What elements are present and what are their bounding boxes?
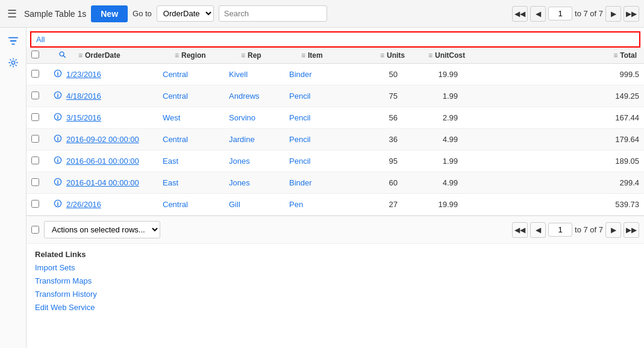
row-total-3: 179.64 — [458, 135, 639, 144]
related-link-2[interactable]: Transform History — [35, 288, 636, 301]
col-header-item[interactable]: ≡ Item — [299, 50, 359, 61]
info-icon-2[interactable] — [54, 113, 62, 123]
date-link-6[interactable]: 2/26/2016 — [66, 200, 101, 209]
related-link-3[interactable]: Edit Web Service — [35, 301, 636, 314]
row-region-4: East — [163, 157, 229, 166]
row-date-2[interactable]: 3/15/2016 — [66, 113, 163, 122]
row-rep-3: Jardine — [229, 135, 289, 144]
date-link-1[interactable]: 4/18/2016 — [66, 92, 101, 101]
col-header-unitcost[interactable]: ≡ UnitCost — [407, 50, 467, 61]
related-links-section: Related Links Import SetsTransform MapsT… — [27, 243, 644, 320]
bottom-next-page-button[interactable]: ▶ — [605, 222, 621, 238]
sidebar-icons — [0, 28, 27, 348]
row-info-3[interactable] — [49, 134, 66, 144]
row-info-1[interactable] — [49, 91, 66, 101]
related-link-1[interactable]: Transform Maps — [35, 275, 636, 288]
next-page-button[interactable]: ▶ — [605, 6, 621, 22]
row-units-1: 75 — [349, 92, 398, 101]
date-link-5[interactable]: 2016-01-04 00:00:00 — [66, 178, 139, 187]
row-unitcost-4: 1.99 — [398, 157, 458, 166]
date-link-0[interactable]: 1/23/2016 — [66, 70, 101, 79]
row-checkbox-input-1[interactable] — [31, 92, 39, 99]
row-checkbox-input-3[interactable] — [31, 135, 39, 143]
row-rep-0: Kivell — [229, 70, 289, 79]
row-checkbox-input-5[interactable] — [31, 178, 39, 186]
col-header-orderdate[interactable]: ≡ OrderDate — [76, 50, 172, 61]
bottom-select-all-checkbox[interactable] — [31, 226, 39, 234]
row-region-3: Central — [163, 135, 229, 144]
row-checkbox-input-2[interactable] — [31, 113, 39, 121]
row-date-3[interactable]: 2016-09-02 00:00:00 — [66, 135, 163, 144]
row-info-4[interactable] — [49, 156, 66, 166]
page-number-input[interactable] — [548, 7, 572, 20]
row-total-4: 189.05 — [458, 157, 639, 166]
row-checkbox-4[interactable] — [31, 157, 49, 166]
search-input[interactable] — [219, 5, 327, 22]
related-links-title: Related Links — [35, 250, 636, 259]
top-pagination: ◀◀ ◀ to 7 of 7 ▶ ▶▶ — [512, 6, 639, 22]
row-units-5: 60 — [349, 178, 398, 187]
info-icon-6[interactable] — [54, 199, 62, 210]
info-icon-1[interactable] — [54, 91, 62, 101]
column-search-icon[interactable] — [49, 51, 76, 61]
col-menu-icon-orderdate: ≡ — [78, 51, 83, 60]
row-date-0[interactable]: 1/23/2016 — [66, 70, 163, 79]
col-header-region[interactable]: ≡ Region — [172, 50, 239, 61]
bottom-page-number-input[interactable] — [548, 223, 572, 237]
row-info-0[interactable] — [49, 69, 66, 79]
row-item-2: Pencil — [289, 113, 349, 122]
last-page-button[interactable]: ▶▶ — [624, 6, 639, 22]
row-date-5[interactable]: 2016-01-04 00:00:00 — [66, 178, 163, 187]
row-info-5[interactable] — [49, 178, 66, 188]
row-date-4[interactable]: 2016-06-01 00:00:00 — [66, 157, 163, 166]
row-checkbox-3[interactable] — [31, 135, 49, 144]
goto-select[interactable]: OrderDate Region Rep Item — [157, 5, 214, 22]
row-region-1: Central — [163, 92, 229, 101]
date-link-4[interactable]: 2016-06-01 00:00:00 — [66, 157, 139, 166]
bottom-last-page-button[interactable]: ▶▶ — [624, 222, 639, 238]
prev-page-button[interactable]: ◀ — [530, 6, 546, 22]
actions-select[interactable]: Actions on selected rows... — [44, 221, 160, 238]
row-info-6[interactable] — [49, 199, 66, 210]
row-checkbox-2[interactable] — [31, 113, 49, 123]
col-header-total[interactable]: ≡ Total — [467, 50, 639, 61]
info-icon-4[interactable] — [54, 156, 62, 166]
row-checkbox-input-6[interactable] — [31, 200, 39, 208]
first-page-button[interactable]: ◀◀ — [512, 6, 528, 22]
date-link-3[interactable]: 2016-09-02 00:00:00 — [66, 135, 139, 144]
row-checkbox-5[interactable] — [31, 178, 49, 188]
row-rep-1: Andrews — [229, 92, 289, 101]
bottom-prev-page-button[interactable]: ◀ — [530, 222, 546, 238]
date-link-2[interactable]: 3/15/2016 — [66, 113, 101, 122]
row-unitcost-5: 4.99 — [398, 178, 458, 187]
new-button[interactable]: New — [91, 5, 128, 22]
bottom-bar: Actions on selected rows... ◀◀ ◀ to 7 of… — [27, 216, 644, 243]
table-row: 2/26/2016 Central Gill Pen 27 19.99 539.… — [27, 194, 644, 216]
bottom-first-page-button[interactable]: ◀◀ — [512, 222, 528, 238]
filter-all-link[interactable]: All — [36, 35, 45, 44]
row-date-6[interactable]: 2/26/2016 — [66, 200, 163, 209]
info-icon-3[interactable] — [54, 134, 62, 144]
row-item-6: Pen — [289, 200, 349, 209]
col-menu-icon-unitcost: ≡ — [428, 51, 433, 60]
row-unitcost-0: 19.99 — [398, 70, 458, 79]
row-checkbox-0[interactable] — [31, 70, 49, 79]
col-header-rep[interactable]: ≡ Rep — [239, 50, 299, 61]
row-date-1[interactable]: 4/18/2016 — [66, 92, 163, 101]
select-all-checkbox[interactable] — [31, 51, 39, 58]
row-checkbox-6[interactable] — [31, 200, 49, 210]
bottom-page-total-text: to 7 of 7 — [575, 225, 603, 234]
row-checkbox-input-0[interactable] — [31, 70, 39, 78]
row-checkbox-1[interactable] — [31, 92, 49, 101]
row-checkbox-input-4[interactable] — [31, 157, 39, 164]
row-info-2[interactable] — [49, 113, 66, 123]
col-header-units[interactable]: ≡ Units — [359, 50, 407, 61]
row-unitcost-1: 1.99 — [398, 92, 458, 101]
info-icon-5[interactable] — [54, 178, 62, 188]
related-link-0[interactable]: Import Sets — [35, 261, 636, 275]
filter-icon[interactable] — [5, 33, 22, 49]
info-icon-0[interactable] — [54, 69, 62, 79]
col-menu-icon-item: ≡ — [301, 51, 305, 60]
settings-icon[interactable] — [5, 54, 22, 71]
menu-icon[interactable]: ☰ — [5, 6, 19, 22]
